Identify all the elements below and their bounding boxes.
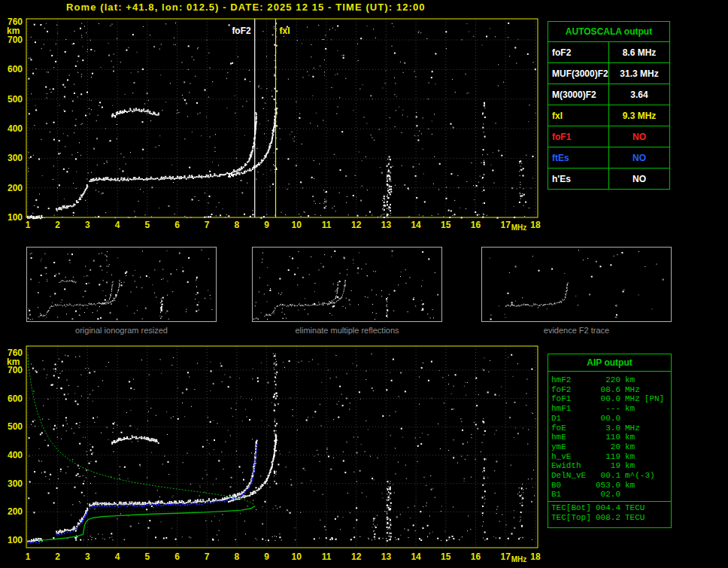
x-axis-unit: MHz: [511, 223, 527, 232]
x-tick-label: 7: [205, 551, 210, 562]
x-tick-label: 10: [292, 220, 302, 230]
plot-border: [27, 248, 217, 322]
autoscala-row-fof2: foF28.6 MHz: [548, 42, 670, 63]
aip-row-hmf1: hmF1---km: [551, 404, 668, 414]
y-tick-label: 200: [8, 183, 23, 193]
aip-row-b0: B0053.0km: [551, 481, 668, 491]
x-tick-label: 3: [85, 551, 90, 562]
param-unit: km: [625, 481, 635, 491]
autoscala-window: Rome (lat: +41.8, lon: 012.5) - DATE: 20…: [0, 0, 728, 568]
param-label: foF1: [548, 126, 609, 147]
param-label: B0: [551, 481, 592, 491]
aip-table-title: AIP output: [548, 354, 671, 372]
x-axis-unit: MHz: [511, 555, 527, 563]
y-axis-unit: km: [7, 357, 20, 367]
param-unit: TECU: [625, 503, 645, 513]
param-value: 9.3 MHz: [609, 105, 670, 126]
aip-row-tectop: TEC[Top]008.2TECU: [551, 513, 668, 523]
x-tick-label: 5: [144, 220, 150, 230]
param-label: DelN_vE: [551, 471, 592, 481]
param-note: [PN]: [645, 394, 664, 404]
param-value: 8.6 MHz: [609, 42, 670, 63]
x-tick-label: 17: [501, 220, 511, 230]
bottom-ionogram-profile-plot: 100200300400500600700760km12345678910111…: [0, 340, 544, 567]
param-label: M(3000)F2: [548, 84, 609, 105]
autoscala-row-m3000f2: M(3000)F23.64: [548, 84, 670, 105]
param-unit: km: [625, 433, 635, 442]
param-label: h_vE: [551, 452, 592, 462]
param-label: TEC[Top]: [551, 513, 592, 523]
param-label: TEC[Bot]: [551, 503, 592, 513]
param-unit: km: [625, 404, 635, 414]
electron-density-profile-topside: [28, 354, 255, 506]
y-tick-label: 600: [8, 64, 23, 74]
aip-row-hme: hmE110km: [551, 433, 668, 442]
x-tick-label: 15: [441, 551, 451, 562]
x-tick-label: 1: [26, 551, 31, 562]
param-label: foF1: [551, 394, 592, 404]
y-tick-label: 400: [8, 450, 23, 460]
fxI-label: fxI: [280, 26, 290, 36]
aip-row-ewidth: Ewidth19km: [551, 461, 668, 471]
param-label: foF2: [548, 42, 609, 63]
y-axis-unit: km: [7, 26, 20, 36]
param-unit: km: [625, 452, 635, 462]
x-tick-label: 17: [501, 551, 511, 562]
x-tick-label: 6: [174, 551, 180, 562]
thumbnail-caption: evidence F2 trace: [481, 326, 672, 335]
param-label: hmF1: [551, 404, 592, 414]
x-tick-label: 10: [292, 551, 302, 562]
aip-row-fof1: foF100.0MHz[PN]: [551, 394, 668, 404]
param-value: 110: [592, 433, 620, 442]
x-tick-label: 2: [55, 551, 60, 562]
param-label: Ewidth: [551, 461, 592, 471]
autoscala-row-hes: h'EsNO: [548, 169, 670, 190]
thumbnail-caption: original ionogram resized: [26, 326, 217, 335]
param-value: 20: [592, 442, 620, 452]
param-label: h'Es: [548, 169, 609, 190]
y-tick-label: 100: [8, 535, 23, 545]
x-tick-label: 12: [351, 220, 362, 230]
y-tick-label: 500: [8, 421, 23, 432]
x-tick-label: 8: [235, 551, 240, 562]
x-tick-label: 7: [205, 220, 210, 230]
thumbnail-multiple-reflections-removed: [252, 247, 442, 322]
page-title: Rome (lat: +41.8, lon: 012.5) - DATE: 20…: [66, 2, 426, 13]
y-tick-label: 100: [8, 212, 23, 223]
param-unit: m^(-3): [625, 471, 655, 481]
autoscala-row-muf3000f2: MUF(3000)F231.3 MHz: [548, 63, 670, 84]
top-ionogram-plot: 100200300400500600700760km12345678910111…: [0, 14, 544, 235]
foF2-label: foF2: [232, 26, 251, 36]
x-tick-label: 3: [85, 220, 90, 230]
x-tick-label: 14: [411, 220, 421, 230]
y-tick-label: 200: [8, 506, 23, 517]
param-value: ---: [592, 404, 620, 414]
x-tick-label: 4: [115, 220, 120, 230]
x-tick-label: 14: [411, 551, 421, 562]
param-value: 31.3 MHz: [609, 63, 670, 84]
autoscala-row-fxi: fxI9.3 MHz: [548, 105, 670, 126]
param-unit: MHz: [625, 424, 640, 433]
plot-border: [482, 248, 672, 322]
x-tick-label: 16: [471, 220, 481, 230]
x-tick-label: 15: [441, 220, 451, 230]
x-tick-label: 1: [26, 220, 31, 230]
x-tick-label: 2: [55, 220, 60, 230]
x-tick-label: 11: [322, 220, 332, 230]
param-value: 053.0: [592, 481, 620, 491]
param-label: foE: [551, 424, 592, 433]
autoscala-row-ftes: ftEsNO: [548, 147, 670, 169]
param-label: ymE: [551, 442, 592, 452]
y-tick-label: 300: [8, 153, 23, 163]
autoscala-table-title: AUTOSCALA output: [548, 22, 670, 42]
plot-border: [253, 248, 442, 322]
param-unit: km: [625, 442, 635, 452]
param-value: 004.4: [592, 503, 620, 513]
param-label: MUF(3000)F2: [548, 63, 609, 84]
param-label: fxI: [548, 105, 609, 126]
y-tick-label: 600: [8, 393, 23, 404]
param-value: 220: [592, 375, 620, 385]
x-tick-label: 9: [264, 551, 269, 562]
x-tick-label: 4: [115, 551, 120, 562]
param-value: 3.64: [609, 84, 670, 105]
